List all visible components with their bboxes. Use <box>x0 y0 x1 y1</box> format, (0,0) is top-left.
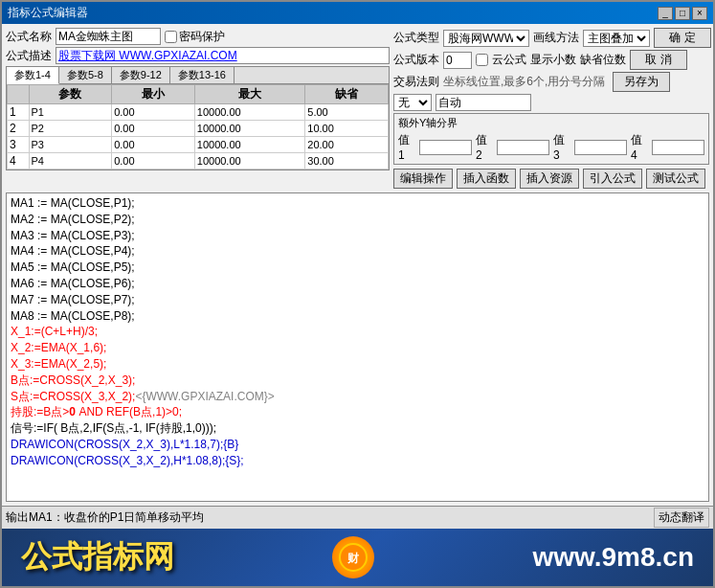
saveas-btn[interactable]: 另存为 <box>613 72 670 92</box>
code-line: DRAWICON(CROSS(X_2,X_3),L*1.18,7);{B} <box>11 437 704 453</box>
code-line: MA1 := MA(CLOSE,P1); <box>11 195 704 212</box>
svg-text:财: 财 <box>346 552 360 565</box>
formula-name-input[interactable] <box>56 28 161 45</box>
row-min <box>112 137 195 153</box>
row-num: 2 <box>8 121 30 137</box>
yaxis-label: 额外Y轴分界 <box>398 116 704 130</box>
row-min <box>112 153 195 170</box>
row-num: 4 <box>8 153 30 170</box>
draw-method-label: 画线方法 <box>533 30 579 46</box>
yaxis-val3-input[interactable] <box>574 140 627 155</box>
password-check-wrap: 密码保护 <box>165 29 225 45</box>
params-table: 参数 最小 最大 缺省 1 2 3 <box>7 84 389 170</box>
watermark-right: www.9m8.cn <box>532 542 694 573</box>
row-max <box>194 104 305 121</box>
trade-select[interactable]: 无 <box>393 94 432 111</box>
row-param <box>29 121 112 137</box>
watermark-left: 公式指标网 <box>21 536 174 578</box>
row-num: 3 <box>8 137 30 153</box>
auto-input[interactable] <box>436 94 531 111</box>
table-row: 1 <box>8 104 389 121</box>
code-line: X_3:=EMA(X_2,5); <box>11 356 704 373</box>
draw-method-select[interactable]: 主图叠加 <box>583 30 650 47</box>
left-panel: 公式名称 密码保护 公式描述 股票下载网 WWW.GPXIAZAI.COM 参数… <box>6 28 390 191</box>
code-line: MA3 := MA(CLOSE,P3); <box>11 228 704 244</box>
col-default: 缺省 <box>305 85 389 104</box>
formula-name-label: 公式名称 <box>6 29 52 45</box>
yaxis-val2-input[interactable] <box>497 140 549 155</box>
dynamic-translate-btn[interactable]: 动态翻译 <box>654 508 709 528</box>
row-num: 1 <box>8 104 30 121</box>
row-default <box>305 153 389 170</box>
yaxis-val1-input[interactable] <box>419 140 472 155</box>
code-line: S点:=CROSS(X_3,X_2);<{WWW.GPXIAZAI.COM}> <box>11 389 704 405</box>
statusbar-output: 输出MA1：收盘价的P1日简单移动平均 <box>6 509 204 526</box>
code-line: 信号:=IF( B点,2,IF(S点,-1, IF(持股,1,0))); <box>11 420 704 437</box>
default-label: 缺省位数 <box>580 52 626 68</box>
import-formula-btn[interactable]: 引入公式 <box>583 169 642 189</box>
tab-params-9-12[interactable]: 参数9-12 <box>112 67 170 83</box>
formula-desc-input[interactable]: 股票下载网 WWW.GPXIAZAI.COM <box>56 47 390 64</box>
yaxis-val4-input[interactable] <box>652 140 704 155</box>
action-row: 编辑操作 插入函数 插入资源 引入公式 测试公式 <box>393 167 709 191</box>
cancel-btn[interactable]: 取 消 <box>630 50 687 70</box>
yaxis-val4-label: 值4 <box>631 132 648 162</box>
col-param: 参数 <box>29 85 112 104</box>
formula-type-select[interactable]: 股海网WWW.GU <box>443 30 529 47</box>
formula-version-input[interactable] <box>443 52 472 69</box>
row-param <box>29 104 112 121</box>
row-param <box>29 153 112 170</box>
titlebar: 指标公式编辑器 _ □ × <box>2 2 713 24</box>
cloud-checkbox[interactable] <box>476 54 488 66</box>
maximize-btn[interactable]: □ <box>675 7 690 20</box>
confirm-btn[interactable]: 确 定 <box>654 28 711 48</box>
formula-type-row: 公式类型 股海网WWW.GU 画线方法 主图叠加 确 定 <box>393 28 709 48</box>
edit-ops-btn[interactable]: 编辑操作 <box>393 169 453 189</box>
yaxis-val3-label: 值3 <box>553 132 570 162</box>
code-line: 持股:=B点>0 AND REF(B点,1)>0; <box>11 404 704 420</box>
code-line: MA4 := MA(CLOSE,P4); <box>11 243 704 260</box>
formula-desc-row: 公式描述 股票下载网 WWW.GPXIAZAI.COM <box>6 47 390 64</box>
right-panel: 公式类型 股海网WWW.GU 画线方法 主图叠加 确 定 公式版本 云公式 <box>393 28 709 191</box>
row-default <box>305 121 389 137</box>
tab-params-13-16[interactable]: 参数13-16 <box>170 67 235 83</box>
table-row: 3 <box>8 137 389 153</box>
seat-label: 坐标线位置,最多6个,用分号分隔 <box>443 74 605 90</box>
tab-params-5-8[interactable]: 参数5-8 <box>59 67 112 83</box>
row-min <box>112 121 195 137</box>
window-title: 指标公式编辑器 <box>8 5 88 21</box>
row-param <box>29 137 112 153</box>
row-default <box>305 137 389 153</box>
cloud-label: 云公式 <box>492 52 526 68</box>
watermark-logo: 财 <box>332 536 374 578</box>
yaxis-section: 额外Y轴分界 值1 值2 值3 值4 <box>393 113 709 165</box>
row-max <box>194 121 305 137</box>
tab-params-1-4[interactable]: 参数1-4 <box>7 67 59 84</box>
minimize-btn[interactable]: _ <box>658 7 673 20</box>
code-line: X_1:=(C+L+H)/3; <box>11 324 704 340</box>
trade-select-row: 无 <box>393 94 709 111</box>
insert-source-btn[interactable]: 插入资源 <box>520 169 579 189</box>
code-line: MA2 := MA(CLOSE,P2); <box>11 212 704 228</box>
watermark: 公式指标网 财 www.9m8.cn <box>2 529 713 586</box>
window-controls: _ □ × <box>658 7 707 20</box>
table-row: 4 <box>8 153 389 170</box>
close-btn[interactable]: × <box>692 7 707 20</box>
trade-rule-row: 交易法则 坐标线位置,最多6个,用分号分隔 另存为 <box>393 72 709 92</box>
test-formula-btn[interactable]: 测试公式 <box>646 169 705 189</box>
params-table-container: 参数 最小 最大 缺省 1 2 3 <box>7 84 389 170</box>
code-editor[interactable]: MA1 := MA(CLOSE,P1);MA2 := MA(CLOSE,P2);… <box>6 192 709 502</box>
row-default <box>305 104 389 121</box>
password-checkbox[interactable] <box>165 31 177 43</box>
main-content: 公式名称 密码保护 公式描述 股票下载网 WWW.GPXIAZAI.COM 参数… <box>2 24 713 506</box>
formula-name-row: 公式名称 密码保护 <box>6 28 390 45</box>
statusbar: 输出MA1：收盘价的P1日简单移动平均 动态翻译 <box>2 506 713 529</box>
formula-desc-label: 公式描述 <box>6 48 52 64</box>
col-min: 最小 <box>112 85 195 104</box>
top-area: 公式名称 密码保护 公式描述 股票下载网 WWW.GPXIAZAI.COM 参数… <box>6 28 709 191</box>
table-row: 2 <box>8 121 389 137</box>
col-max: 最大 <box>194 85 305 104</box>
row-max <box>194 137 305 153</box>
insert-func-btn[interactable]: 插入函数 <box>457 169 516 189</box>
code-line: B点:=CROSS(X_2,X_3); <box>11 373 704 389</box>
